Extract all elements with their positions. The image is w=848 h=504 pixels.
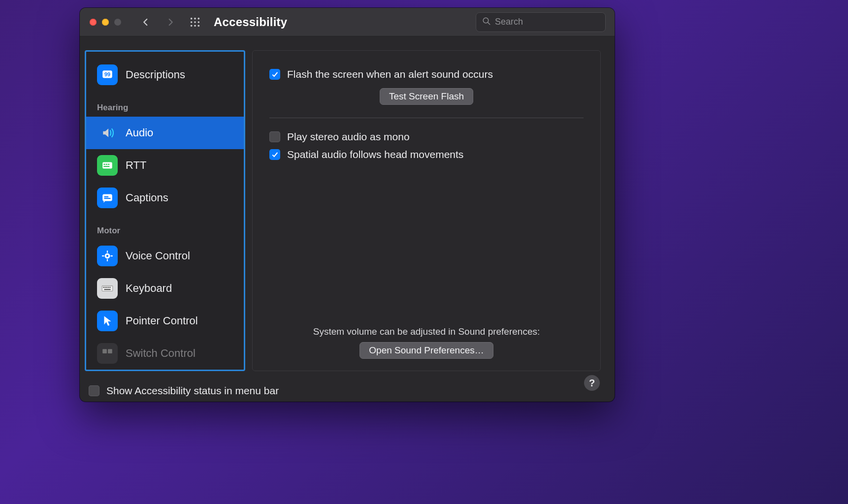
svg-rect-26: [111, 255, 113, 256]
audio-icon: [97, 123, 118, 143]
sidebar-item-descriptions[interactable]: 99 Descriptions: [86, 59, 244, 91]
sidebar-item-label: Audio: [126, 126, 153, 139]
switch-control-icon: [97, 343, 118, 364]
sidebar-item-label: Pointer Control: [126, 315, 198, 327]
divider: [269, 118, 584, 118]
detail-pane: Flash the screen when an alert sound occ…: [252, 50, 601, 371]
svg-rect-34: [102, 349, 107, 353]
svg-point-2: [198, 17, 200, 19]
page-title: Accessibility: [214, 15, 287, 29]
svg-point-3: [191, 21, 193, 23]
svg-rect-32: [109, 287, 110, 288]
svg-rect-20: [104, 198, 111, 199]
spatial-audio-label: Spatial audio follows head movements: [287, 149, 463, 160]
category-sidebar: 99 Descriptions Hearing Audio RTT: [85, 50, 245, 371]
svg-rect-18: [102, 194, 112, 201]
svg-point-5: [198, 21, 200, 23]
sidebar-item-label: RTT: [126, 159, 146, 172]
search-field[interactable]: [476, 12, 606, 32]
svg-rect-33: [104, 289, 111, 290]
svg-rect-35: [108, 349, 112, 353]
svg-rect-31: [108, 287, 109, 288]
keyboard-icon: [97, 278, 118, 299]
search-icon: [482, 17, 491, 28]
menu-bar-status-checkbox[interactable]: [89, 385, 99, 396]
svg-point-7: [194, 25, 196, 27]
sidebar-item-label: Keyboard: [126, 282, 172, 295]
svg-rect-24: [107, 259, 108, 261]
svg-point-0: [191, 17, 193, 19]
svg-line-10: [488, 22, 490, 25]
zoom-window-button[interactable]: [114, 19, 121, 26]
open-sound-preferences-button[interactable]: Open Sound Preferences…: [359, 342, 493, 359]
sidebar-section-hearing: Hearing: [86, 91, 244, 117]
sidebar-item-rtt[interactable]: RTT: [86, 149, 244, 182]
sidebar-item-label: Switch Control: [126, 347, 196, 360]
svg-rect-19: [104, 196, 109, 197]
sidebar-item-captions[interactable]: Captions: [86, 182, 244, 214]
svg-rect-28: [103, 287, 104, 288]
minimize-window-button[interactable]: [102, 19, 109, 26]
captions-icon: [97, 188, 118, 208]
sidebar-item-switch-control[interactable]: Switch Control: [86, 337, 244, 370]
sidebar-item-voice-control[interactable]: Voice Control: [86, 240, 244, 272]
sidebar-item-audio[interactable]: Audio: [86, 117, 244, 149]
voice-control-icon: [97, 246, 118, 266]
sidebar-section-motor: Motor: [86, 214, 244, 240]
search-input[interactable]: [495, 17, 609, 27]
sidebar-item-label: Captions: [126, 191, 168, 204]
rtt-icon: [97, 155, 118, 176]
svg-rect-13: [102, 162, 112, 169]
svg-rect-25: [102, 255, 104, 256]
forward-button[interactable]: [162, 13, 179, 31]
svg-rect-14: [103, 164, 105, 165]
sidebar-item-label: Voice Control: [126, 250, 190, 262]
sidebar-item-pointer-control[interactable]: Pointer Control: [86, 305, 244, 337]
stereo-mono-label: Play stereo audio as mono: [287, 131, 410, 143]
svg-rect-23: [107, 251, 108, 252]
descriptions-icon: 99: [97, 64, 118, 85]
back-button[interactable]: [137, 13, 155, 31]
svg-text:99: 99: [104, 71, 110, 77]
svg-rect-17: [103, 166, 109, 167]
svg-rect-29: [105, 287, 106, 288]
svg-point-4: [194, 21, 196, 23]
volume-note: System volume can be adjusted in Sound p…: [269, 326, 584, 337]
svg-rect-16: [108, 164, 109, 165]
svg-point-6: [191, 25, 193, 27]
system-preferences-window: Accessibility 99 Descriptions Hearing: [80, 8, 615, 402]
flash-screen-checkbox[interactable]: [269, 69, 280, 80]
show-all-button[interactable]: [186, 13, 204, 31]
stereo-mono-checkbox[interactable]: [269, 131, 280, 142]
sidebar-item-keyboard[interactable]: Keyboard: [86, 272, 244, 305]
menu-bar-status-label: Show Accessibility status in menu bar: [106, 385, 279, 397]
help-button[interactable]: ?: [584, 375, 600, 391]
svg-point-1: [194, 17, 196, 19]
flash-screen-row: Flash the screen when an alert sound occ…: [269, 65, 584, 83]
spatial-audio-row: Spatial audio follows head movements: [269, 146, 584, 163]
flash-screen-label: Flash the screen when an alert sound occ…: [287, 68, 493, 80]
window-footer: Show Accessibility status in menu bar: [80, 380, 615, 402]
window-controls: [90, 19, 121, 26]
stereo-mono-row: Play stereo audio as mono: [269, 128, 584, 146]
sidebar-item-label: Descriptions: [126, 68, 185, 81]
svg-rect-27: [102, 286, 113, 291]
svg-point-22: [106, 255, 108, 257]
test-screen-flash-button[interactable]: Test Screen Flash: [380, 88, 473, 105]
titlebar: Accessibility: [80, 8, 615, 36]
svg-point-8: [198, 25, 200, 27]
spatial-audio-checkbox[interactable]: [269, 149, 280, 160]
svg-rect-15: [106, 164, 107, 165]
svg-rect-30: [106, 287, 107, 288]
pointer-control-icon: [97, 311, 118, 331]
close-window-button[interactable]: [90, 19, 97, 26]
